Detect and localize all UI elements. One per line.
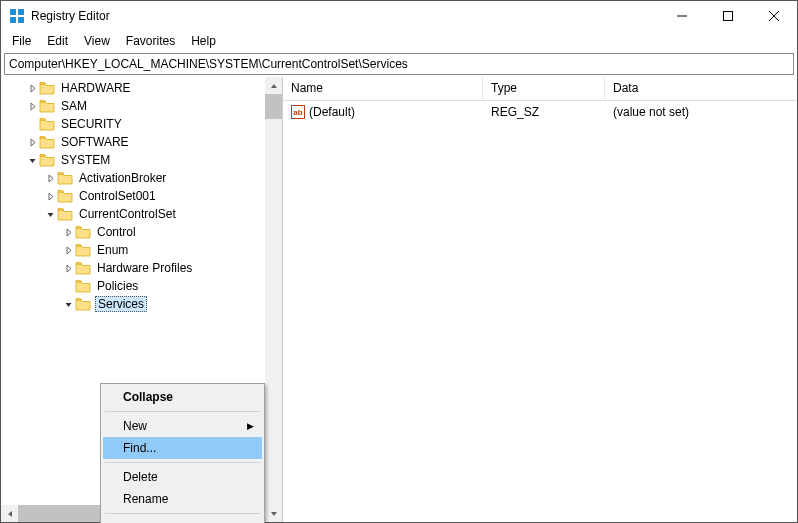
tree-label: HARDWARE xyxy=(59,81,133,95)
context-menu-item[interactable]: New▶ xyxy=(103,415,262,437)
value-type: REG_SZ xyxy=(483,105,605,119)
address-text: Computer\HKEY_LOCAL_MACHINE\SYSTEM\Curre… xyxy=(9,57,408,71)
tree-label: ActivationBroker xyxy=(77,171,168,185)
chevron-right-icon[interactable] xyxy=(43,192,57,201)
tree-item[interactable]: CurrentControlSet xyxy=(1,205,282,223)
window-controls xyxy=(659,1,797,31)
tree-label: Policies xyxy=(95,279,140,293)
context-menu-label: New xyxy=(123,419,147,433)
chevron-right-icon[interactable] xyxy=(43,174,57,183)
folder-icon xyxy=(75,279,91,293)
minimize-button[interactable] xyxy=(659,1,705,31)
tree-item[interactable]: Services xyxy=(1,295,282,313)
chevron-right-icon[interactable] xyxy=(61,246,75,255)
tree-item[interactable]: HARDWARE xyxy=(1,79,282,97)
column-name[interactable]: Name xyxy=(283,77,483,100)
chevron-right-icon[interactable] xyxy=(25,84,39,93)
window-title: Registry Editor xyxy=(31,9,659,23)
chevron-down-icon[interactable] xyxy=(43,210,57,219)
list-header: Name Type Data xyxy=(283,77,797,101)
tree-item[interactable]: SYSTEM xyxy=(1,151,282,169)
values-list[interactable]: ab(Default)REG_SZ(value not set) xyxy=(283,101,797,522)
folder-icon xyxy=(39,135,55,149)
folder-icon xyxy=(75,225,91,239)
tree-label: CurrentControlSet xyxy=(77,207,178,221)
chevron-right-icon[interactable] xyxy=(25,138,39,147)
tree-label: Control xyxy=(95,225,138,239)
menu-help[interactable]: Help xyxy=(184,32,223,50)
content-area: HARDWARESAMSECURITYSOFTWARESYSTEMActivat… xyxy=(1,77,797,522)
tree-item[interactable]: Policies xyxy=(1,277,282,295)
folder-icon xyxy=(75,297,91,311)
chevron-right-icon[interactable] xyxy=(25,102,39,111)
chevron-right-icon[interactable] xyxy=(61,228,75,237)
folder-icon xyxy=(39,153,55,167)
value-name: (Default) xyxy=(309,105,355,119)
folder-icon xyxy=(39,81,55,95)
value-name-cell: ab(Default) xyxy=(283,105,483,119)
context-menu-label: Find... xyxy=(123,441,156,455)
registry-tree[interactable]: HARDWARESAMSECURITYSOFTWARESYSTEMActivat… xyxy=(1,77,282,315)
string-value-icon: ab xyxy=(291,105,305,119)
menu-view[interactable]: View xyxy=(77,32,117,50)
menu-separator xyxy=(105,411,260,412)
tree-label: Services xyxy=(95,296,147,312)
context-menu-item[interactable]: Collapse xyxy=(103,386,262,408)
context-menu-label: Collapse xyxy=(123,390,173,404)
column-data[interactable]: Data xyxy=(605,77,755,100)
tree-item[interactable]: SAM xyxy=(1,97,282,115)
tree-label: SOFTWARE xyxy=(59,135,131,149)
context-menu-label: Rename xyxy=(123,492,168,506)
svg-rect-0 xyxy=(10,9,16,15)
context-menu: CollapseNew▶Find...DeleteRenameExportPer… xyxy=(100,383,265,523)
scroll-track[interactable] xyxy=(265,94,282,505)
context-menu-item[interactable]: Delete xyxy=(103,466,262,488)
tree-label: SECURITY xyxy=(59,117,124,131)
menu-separator xyxy=(105,462,260,463)
tree-item[interactable]: Enum xyxy=(1,241,282,259)
address-bar[interactable]: Computer\HKEY_LOCAL_MACHINE\SYSTEM\Curre… xyxy=(4,53,794,75)
tree-item[interactable]: SECURITY xyxy=(1,115,282,133)
tree-item[interactable]: Hardware Profiles xyxy=(1,259,282,277)
vertical-scrollbar[interactable] xyxy=(265,77,282,522)
menu-separator xyxy=(105,513,260,514)
scroll-up-button[interactable] xyxy=(265,77,282,94)
submenu-arrow-icon: ▶ xyxy=(247,421,254,431)
tree-label: ControlSet001 xyxy=(77,189,158,203)
tree-label: Enum xyxy=(95,243,130,257)
chevron-down-icon[interactable] xyxy=(25,156,39,165)
menu-favorites[interactable]: Favorites xyxy=(119,32,182,50)
scroll-left-button[interactable] xyxy=(1,505,18,522)
svg-rect-1 xyxy=(18,9,24,15)
folder-icon xyxy=(39,117,55,131)
scroll-down-button[interactable] xyxy=(265,505,282,522)
values-pane: Name Type Data ab(Default)REG_SZ(value n… xyxy=(283,77,797,522)
menu-file[interactable]: File xyxy=(5,32,38,50)
close-button[interactable] xyxy=(751,1,797,31)
value-data: (value not set) xyxy=(605,105,755,119)
titlebar[interactable]: Registry Editor xyxy=(1,1,797,31)
context-menu-item[interactable]: Find... xyxy=(103,437,262,459)
chevron-right-icon[interactable] xyxy=(61,264,75,273)
svg-rect-3 xyxy=(18,17,24,23)
scroll-thumb[interactable] xyxy=(265,94,282,119)
tree-label: SAM xyxy=(59,99,89,113)
folder-icon xyxy=(57,207,73,221)
folder-icon xyxy=(75,261,91,275)
chevron-down-icon[interactable] xyxy=(61,300,75,309)
tree-item[interactable]: ActivationBroker xyxy=(1,169,282,187)
svg-rect-5 xyxy=(724,12,733,21)
maximize-button[interactable] xyxy=(705,1,751,31)
context-menu-item[interactable]: Rename xyxy=(103,488,262,510)
app-icon xyxy=(9,8,25,24)
menu-edit[interactable]: Edit xyxy=(40,32,75,50)
value-row[interactable]: ab(Default)REG_SZ(value not set) xyxy=(283,103,797,121)
tree-item[interactable]: ControlSet001 xyxy=(1,187,282,205)
folder-icon xyxy=(39,99,55,113)
tree-item[interactable]: Control xyxy=(1,223,282,241)
context-menu-label: Delete xyxy=(123,470,158,484)
context-menu-item[interactable]: Export xyxy=(103,517,262,523)
folder-icon xyxy=(75,243,91,257)
column-type[interactable]: Type xyxy=(483,77,605,100)
tree-item[interactable]: SOFTWARE xyxy=(1,133,282,151)
